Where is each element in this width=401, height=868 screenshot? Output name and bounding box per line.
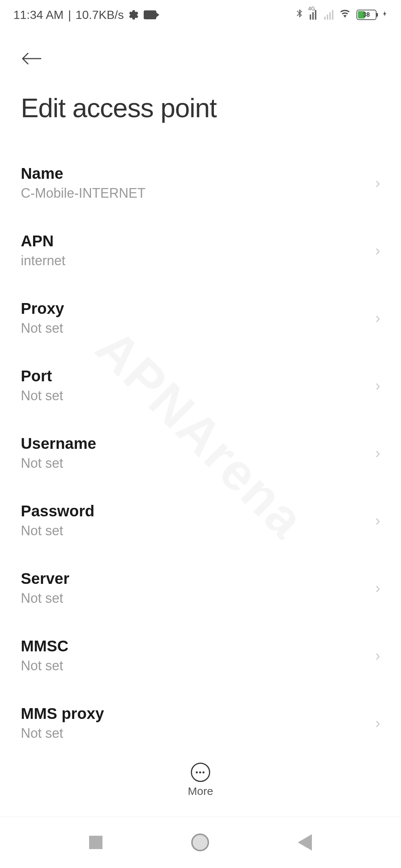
nav-recent-button[interactable] xyxy=(89,836,102,849)
setting-label: Username xyxy=(21,435,96,453)
page-header: Edit access point xyxy=(0,30,401,134)
wifi-icon xyxy=(339,9,351,22)
setting-value: Not set xyxy=(21,523,94,539)
signal-4g-label: 4G xyxy=(308,6,315,11)
chevron-right-icon: › xyxy=(375,445,380,461)
status-separator: | xyxy=(68,8,71,22)
more-icon: ••• xyxy=(191,763,210,782)
settings-list: Name C-Mobile-INTERNET › APN internet › … xyxy=(0,134,401,757)
setting-value: Not set xyxy=(21,658,68,674)
charging-icon xyxy=(382,9,388,21)
setting-value: Not set xyxy=(21,456,96,471)
status-left: 11:34 AM | 10.7KB/s xyxy=(13,8,156,22)
chevron-right-icon: › xyxy=(375,715,380,731)
setting-proxy[interactable]: Proxy Not set › xyxy=(0,284,401,352)
setting-value: Not set xyxy=(21,591,69,606)
setting-server[interactable]: Server Not set › xyxy=(0,554,401,622)
setting-mms-proxy[interactable]: MMS proxy Not set › xyxy=(0,689,401,757)
setting-label: Password xyxy=(21,502,94,520)
chevron-right-icon: › xyxy=(375,580,380,596)
battery-icon: 38 xyxy=(356,10,376,20)
status-time: 11:34 AM xyxy=(13,8,63,22)
nav-back-button[interactable] xyxy=(298,834,312,851)
setting-label: Port xyxy=(21,367,63,385)
setting-value: internet xyxy=(21,253,65,269)
setting-apn[interactable]: APN internet › xyxy=(0,217,401,284)
page-title: Edit access point xyxy=(21,93,380,123)
setting-value: Not set xyxy=(21,388,63,404)
gear-icon xyxy=(128,9,139,20)
back-button[interactable] xyxy=(21,48,43,70)
bottom-toolbar: ••• More xyxy=(0,752,401,809)
signal-sim2 xyxy=(324,10,333,20)
setting-name[interactable]: Name C-Mobile-INTERNET › xyxy=(0,149,401,217)
more-label: More xyxy=(188,785,213,798)
setting-value: Not set xyxy=(21,320,64,336)
chevron-right-icon: › xyxy=(375,310,380,326)
status-right: 4G 38 xyxy=(295,7,388,22)
signal-sim1: 4G xyxy=(310,10,319,20)
bluetooth-icon xyxy=(295,7,304,22)
chevron-right-icon: › xyxy=(375,242,380,259)
setting-mmsc[interactable]: MMSC Not set › xyxy=(0,622,401,689)
chevron-right-icon: › xyxy=(375,647,380,664)
navigation-bar xyxy=(0,816,401,868)
setting-port[interactable]: Port Not set › xyxy=(0,352,401,419)
setting-value: Not set xyxy=(21,726,104,741)
status-data-rate: 10.7KB/s xyxy=(76,8,124,22)
chevron-right-icon: › xyxy=(375,512,380,529)
more-button[interactable]: ••• More xyxy=(188,763,213,798)
camera-icon xyxy=(144,10,156,19)
setting-label: Server xyxy=(21,570,69,588)
chevron-right-icon: › xyxy=(375,175,380,191)
status-bar: 11:34 AM | 10.7KB/s 4G 38 xyxy=(0,0,401,30)
setting-label: Name xyxy=(21,165,146,183)
setting-label: Proxy xyxy=(21,300,64,318)
setting-label: MMSC xyxy=(21,637,68,655)
setting-label: MMS proxy xyxy=(21,705,104,723)
setting-value: C-Mobile-INTERNET xyxy=(21,185,146,201)
chevron-right-icon: › xyxy=(375,377,380,394)
setting-label: APN xyxy=(21,232,65,250)
battery-percent: 38 xyxy=(357,11,376,18)
nav-home-button[interactable] xyxy=(191,834,209,851)
setting-username[interactable]: Username Not set › xyxy=(0,419,401,487)
setting-password[interactable]: Password Not set › xyxy=(0,487,401,554)
